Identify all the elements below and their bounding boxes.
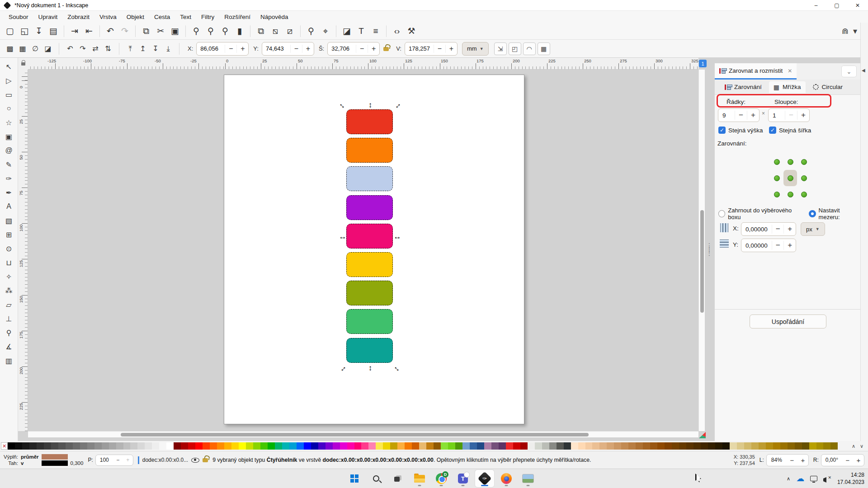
layer-name[interactable]: dodec:x0.00:x0.0... [142, 457, 188, 463]
toolbar-button[interactable]: ≡ [368, 24, 383, 38]
palette-swatch[interactable] [29, 442, 37, 450]
palette-swatch[interactable] [535, 442, 542, 450]
panel-collapse-button[interactable]: ⌄ [841, 66, 857, 77]
toolbar-button[interactable]: ▤ [46, 24, 61, 38]
palette-swatch[interactable] [289, 442, 297, 450]
equal-height-checkbox[interactable]: ✓ Stejná výška [718, 127, 763, 134]
palette-swatch[interactable] [311, 442, 318, 450]
page-number-badge[interactable]: 1 [699, 60, 707, 67]
palette-swatch[interactable] [15, 442, 22, 450]
toolbar-button[interactable]: ⌖ [318, 24, 333, 38]
selected-rectangle[interactable] [346, 338, 393, 363]
toolbar-button[interactable]: ✂ [153, 24, 168, 38]
horizontal-scrollbar[interactable] [28, 431, 698, 437]
vertical-ruler[interactable]: 0255075100125150175200225 [18, 70, 28, 431]
palette-swatch[interactable] [788, 442, 795, 450]
alignment-anchor[interactable] [783, 154, 797, 170]
guide-lock-icon[interactable] [21, 62, 25, 66]
selection-scale-handle[interactable]: ↔ [339, 233, 347, 241]
start-button[interactable] [345, 470, 364, 487]
zoom-input[interactable]: 84% − + [766, 454, 809, 466]
palette-swatch[interactable] [571, 442, 578, 450]
arrange-button[interactable]: Uspořádání [750, 314, 826, 328]
palette-swatch[interactable] [499, 442, 506, 450]
palette-swatch[interactable] [203, 442, 210, 450]
taskbar-search-button[interactable] [367, 470, 386, 487]
palette-swatch[interactable] [80, 442, 87, 450]
selected-rectangle[interactable] [346, 166, 393, 191]
expand-dock-icon[interactable]: ◀ [862, 68, 865, 73]
palette-swatch[interactable] [44, 442, 51, 450]
toolbar-button[interactable]: ⚲ [189, 24, 203, 38]
lock-ratio-icon[interactable] [383, 45, 389, 53]
spacing-unit-dropdown[interactable]: px▼ [801, 222, 825, 236]
menu-item[interactable]: Text [175, 12, 196, 22]
palette-scroll-up-icon[interactable]: ∧ [852, 443, 855, 449]
palette-swatch[interactable] [780, 442, 788, 450]
palette-swatch[interactable] [419, 442, 426, 450]
network-icon[interactable] [810, 476, 817, 481]
toolbar-button[interactable]: ⚲ [304, 24, 318, 38]
tool-button[interactable]: ∡ [2, 340, 16, 353]
palette-swatch[interactable] [361, 442, 368, 450]
palette-swatch[interactable] [434, 442, 441, 450]
palette-swatch[interactable] [816, 442, 824, 450]
menu-item[interactable]: Cesta [149, 12, 175, 22]
rotation-input[interactable]: 0,00° − + [821, 454, 864, 466]
selection-utility-button[interactable]: ◪ [42, 42, 54, 55]
palette-swatch[interactable] [195, 442, 203, 450]
height-increment[interactable]: + [445, 45, 457, 53]
toolbar-button[interactable]: ▮ [232, 24, 247, 38]
toolbar-button[interactable]: T [354, 24, 368, 38]
palette-swatch[interactable] [123, 442, 131, 450]
tool-button[interactable]: ☆ [2, 116, 16, 129]
palette-swatch[interactable] [751, 442, 759, 450]
alignment-anchor[interactable] [770, 170, 783, 186]
tool-button[interactable]: ✑ [2, 172, 16, 185]
panel-tab-align-distribute[interactable]: Zarovnat a rozmístit ✕ [715, 63, 797, 80]
palette-swatch[interactable] [628, 442, 636, 450]
palette-swatch[interactable] [109, 442, 116, 450]
palette-swatch[interactable] [484, 442, 491, 450]
toolbar-button[interactable] [185, 25, 186, 37]
teams-button[interactable]: T [453, 470, 472, 487]
palette-swatch[interactable] [599, 442, 607, 450]
selection-utility-button[interactable]: ▦ [16, 42, 29, 55]
palette-swatch[interactable] [636, 442, 643, 450]
palette-swatch[interactable] [130, 442, 137, 450]
tool-button[interactable]: ✎ [2, 158, 16, 171]
toolbar-button[interactable] [250, 25, 250, 37]
alignment-anchor[interactable] [797, 154, 811, 170]
palette-swatch[interactable] [166, 442, 174, 450]
palette-swatch[interactable] [260, 442, 268, 450]
selected-rectangle[interactable] [346, 252, 393, 277]
toolbar-button[interactable]: ▣ [168, 24, 182, 38]
selected-rectangle[interactable] [346, 195, 393, 220]
no-color-swatch[interactable]: ✕ [1, 442, 8, 450]
selected-rectangle[interactable] [346, 224, 393, 249]
alignment-anchor[interactable] [797, 170, 811, 186]
zoom-increment[interactable]: + [797, 456, 808, 464]
task-view-button[interactable] [388, 470, 407, 487]
palette-swatch[interactable] [564, 442, 571, 450]
palette-swatch[interactable] [578, 442, 585, 450]
toolbar-button[interactable] [64, 25, 64, 37]
palette-swatch[interactable] [614, 442, 621, 450]
tool-button[interactable]: ✧ [2, 270, 16, 283]
toolbar-button[interactable]: ↶ [103, 24, 118, 38]
set-spacing-radio[interactable]: Nastavit mezeru: [809, 207, 860, 221]
alignment-anchor[interactable] [770, 186, 783, 202]
cols-increment[interactable]: + [797, 111, 809, 120]
y-decrement[interactable]: − [290, 45, 302, 53]
palette-swatch[interactable] [224, 442, 231, 450]
ruler-corner[interactable] [18, 58, 28, 70]
palette-swatch[interactable] [231, 442, 239, 450]
y-input[interactable]: 74,643 − + [262, 42, 314, 56]
palette-swatch[interactable] [66, 442, 73, 450]
alignment-anchor[interactable] [797, 186, 811, 202]
opacity-input[interactable]: 100 − + [95, 455, 133, 466]
palette-swatch[interactable] [701, 442, 708, 450]
rotation-increment[interactable]: + [853, 456, 864, 464]
rows-input[interactable]: 9 − + [718, 108, 760, 122]
inkscape-taskbar-button[interactable]: ✑ [475, 470, 494, 487]
